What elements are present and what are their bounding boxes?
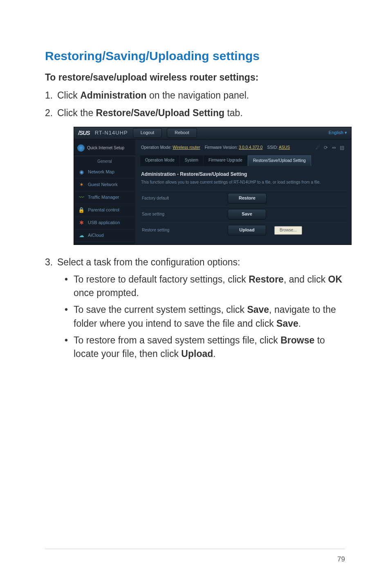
step-1: Click Administration on the navigation p… — [45, 89, 345, 102]
section-heading: Restoring/Saving/Uploading settings — [45, 49, 345, 63]
tabs: Operation Mode System Firmware Upgrade R… — [140, 155, 346, 166]
quick-setup-icon — [77, 144, 85, 152]
screenshot-body: Quick Internet Setup General ◉ Network M… — [74, 139, 351, 245]
b2-pre: To save the current system settings, cli… — [74, 304, 247, 315]
panel-title: Administration - Restore/Save/Upload Set… — [140, 168, 346, 179]
traffic-manager-label: Traffic Manager — [88, 194, 119, 201]
b1-pre: To restore to default factory settings, … — [74, 274, 249, 285]
tab-firmware-upgrade[interactable]: Firmware Upgrade — [204, 155, 248, 166]
network-map-label: Network Map — [88, 169, 114, 175]
step-2-post: tab. — [224, 108, 243, 118]
aicloud-label: AiCloud — [88, 232, 104, 239]
step-1-pre: Click — [57, 90, 80, 101]
sidebar-item-network-map[interactable]: ◉ Network Map — [74, 166, 135, 179]
sidebar-item-parental-control[interactable]: 🔒 Parental control — [74, 204, 135, 217]
save-button[interactable]: Save — [228, 209, 266, 220]
sidebar: Quick Internet Setup General ◉ Network M… — [74, 139, 135, 245]
restore-button[interactable]: Restore — [228, 193, 267, 204]
b3-pre: To restore from a saved system settings … — [74, 335, 280, 346]
b3-bold1: Browse — [280, 335, 314, 346]
b1-bold1: Restore — [249, 274, 284, 285]
usb-application-icon: ✱ — [78, 220, 85, 226]
model-label: RT-N14UHP — [95, 129, 128, 137]
panel-description: This function allows you to save current… — [140, 179, 346, 191]
sidebar-item-traffic-manager[interactable]: 〰 Traffic Manager — [74, 191, 135, 204]
b3-bold2: Upload — [181, 348, 213, 359]
sidebar-item-guest-network[interactable]: ✶ Guest Network — [74, 179, 135, 191]
bullet-3: To restore from a saved system settings … — [57, 334, 345, 361]
tab-system[interactable]: System — [180, 155, 204, 166]
sidebar-quick-setup[interactable]: Quick Internet Setup — [74, 142, 135, 156]
step-1-bold: Administration — [80, 90, 146, 101]
guest-network-label: Guest Network — [88, 182, 118, 188]
guest-network-icon: ✶ — [78, 182, 85, 188]
sidebar-section-general: General — [74, 156, 135, 166]
main-panel: Operation Mode: Wireless router Firmware… — [135, 139, 351, 245]
b2-bold2: Save — [276, 318, 298, 329]
row-save-setting: Save setting Save — [140, 206, 346, 222]
factory-default-label: Factory default — [142, 195, 220, 202]
tab-operation-mode[interactable]: Operation Mode — [140, 155, 180, 166]
restore-setting-label: Restore setting — [142, 227, 220, 233]
ssid-value[interactable]: ASUS — [279, 145, 290, 150]
opmode-label: Operation Mode: — [141, 145, 172, 150]
b1-mid: , and click — [284, 274, 328, 285]
logout-button[interactable]: Logout — [133, 128, 162, 138]
parental-control-label: Parental control — [88, 207, 119, 213]
fw-label: Firmware Version: — [205, 145, 238, 150]
traffic-manager-icon: 〰 — [78, 194, 85, 201]
aicloud-icon: ☁ — [78, 232, 85, 239]
ssid-label: SSID: — [267, 145, 278, 150]
row-factory-default: Factory default Restore — [140, 190, 346, 206]
steps-list: Click Administration on the navigation p… — [45, 89, 345, 361]
reboot-button[interactable]: Reboot — [167, 128, 197, 138]
upload-button[interactable]: Upload — [228, 225, 266, 236]
parental-control-icon: 🔒 — [78, 207, 85, 213]
screenshot-topbar: /SUS RT-N14UHP Logout Reboot English — [74, 127, 351, 139]
status-line: Operation Mode: Wireless router Firmware… — [140, 143, 346, 155]
b3-post: . — [213, 348, 215, 359]
row-restore-setting: Restore setting Upload Browse... — [140, 222, 346, 238]
usb-application-label: USB application — [88, 220, 120, 226]
step-1-post: on the navigation panel. — [147, 90, 249, 101]
sidebar-item-aicloud[interactable]: ☁ AiCloud — [74, 229, 135, 242]
router-screenshot: /SUS RT-N14UHP Logout Reboot English Qui… — [74, 127, 352, 245]
step-3-text: Select a task from the configuration opt… — [57, 257, 240, 267]
b1-post: once prompted. — [74, 287, 139, 298]
tab-restore-save-upload[interactable]: Restore/Save/Upload Setting — [248, 155, 311, 166]
asus-logo: /SUS — [78, 129, 90, 137]
fw-value[interactable]: 3.0.0.4.372.0 — [239, 145, 262, 150]
network-map-icon: ◉ — [78, 169, 85, 175]
bullet-2: To save the current system settings, cli… — [57, 303, 345, 330]
b2-post: . — [298, 318, 301, 329]
save-setting-label: Save setting — [142, 211, 220, 218]
quick-setup-label: Quick Internet Setup — [87, 146, 124, 150]
page-number: 79 — [337, 555, 345, 563]
b1-bold2: OK — [328, 274, 343, 285]
language-selector[interactable]: English — [329, 130, 347, 136]
step-2-pre: Click the — [57, 108, 96, 118]
browse-button[interactable]: Browse... — [274, 226, 302, 235]
footer-divider — [45, 549, 345, 549]
sub-heading: To restore/save/upload wireless router s… — [45, 72, 345, 83]
step-2-bold: Restore/Save/Upload Setting — [96, 108, 224, 118]
step-2: Click the Restore/Save/Upload Setting ta… — [45, 106, 345, 245]
bullet-1: To restore to default factory settings, … — [57, 273, 345, 300]
b2-bold1: Save — [247, 304, 269, 315]
step-3: Select a task from the configuration opt… — [45, 256, 345, 361]
status-icons: ☄ ⟳ ⇔ ▤ — [316, 144, 345, 151]
opmode-value[interactable]: Wireless router — [173, 145, 200, 150]
sub-bullets: To restore to default factory settings, … — [57, 273, 345, 361]
sidebar-item-usb-application[interactable]: ✱ USB application — [74, 217, 135, 229]
